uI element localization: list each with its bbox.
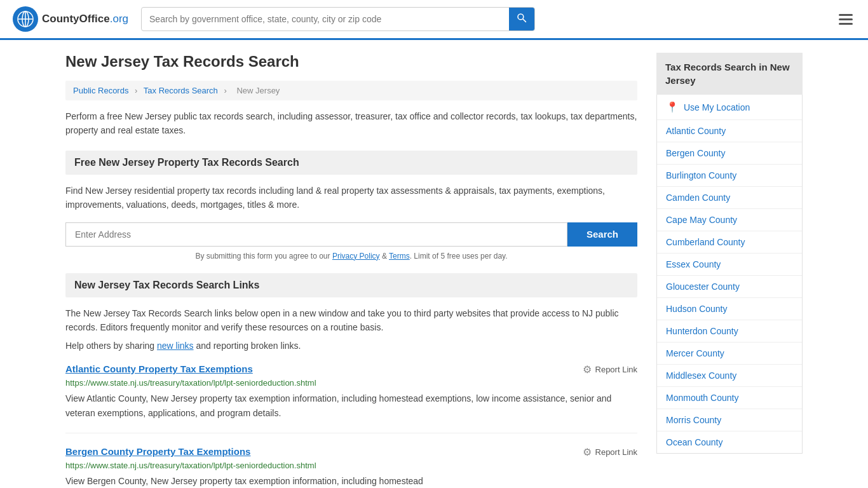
sidebar-county-item[interactable]: Camden County	[657, 187, 802, 209]
county-link[interactable]: Hunterdon County	[666, 326, 738, 336]
links-section-header: New Jersey Tax Records Search Links	[65, 273, 637, 297]
use-my-location[interactable]: 📍 Use My Location	[657, 95, 802, 120]
sidebar: Tax Records Search in New Jersey 📍 Use M…	[656, 53, 803, 488]
county-link[interactable]: Hudson County	[666, 304, 728, 314]
links-description: The New Jersey Tax Records Search links …	[65, 306, 637, 335]
disclaimer-and: &	[380, 252, 389, 261]
report-link-button[interactable]: ⚙ Report Link	[583, 363, 637, 376]
report-link-button[interactable]: ⚙ Report Link	[583, 446, 637, 458]
record-url[interactable]: https://www.state.nj.us/treasury/taxatio…	[65, 461, 637, 470]
county-link[interactable]: Middlesex County	[666, 370, 736, 381]
main-content: New Jersey Tax Records Search Public Rec…	[65, 53, 637, 488]
page-title: New Jersey Tax Records Search	[65, 53, 637, 71]
sidebar-county-item[interactable]: Mercer County	[657, 342, 802, 365]
search-button[interactable]: Search	[567, 222, 637, 247]
report-label: Report Link	[595, 365, 637, 374]
sidebar-county-list: 📍 Use My Location Atlantic CountyBergen …	[656, 95, 803, 454]
free-search-header: Free New Jersey Property Tax Records Sea…	[65, 151, 637, 175]
sidebar-county-item[interactable]: Hudson County	[657, 298, 802, 320]
header-search-input[interactable]	[142, 9, 509, 29]
logo-wordmark: CountyOffice.org	[42, 13, 128, 25]
share-text-before: Help others by sharing	[65, 341, 157, 351]
property-search-description: Find New Jersey residential property tax…	[65, 184, 637, 212]
county-link[interactable]: Gloucester County	[666, 281, 740, 292]
sidebar-county-item[interactable]: Monmouth County	[657, 387, 802, 409]
report-label: Report Link	[595, 447, 637, 457]
sidebar-county-item[interactable]: Bergen County	[657, 142, 802, 165]
svg-line-5	[523, 19, 526, 22]
county-link[interactable]: Camden County	[666, 193, 730, 203]
location-pin-icon: 📍	[666, 101, 679, 113]
record-item-header: Atlantic County Property Tax Exemptions …	[65, 363, 637, 376]
county-link[interactable]: Mercer County	[666, 348, 724, 358]
record-url[interactable]: https://www.state.nj.us/treasury/taxatio…	[65, 378, 637, 388]
sidebar-county-item[interactable]: Atlantic County	[657, 120, 802, 142]
county-link[interactable]: Morris County	[666, 415, 721, 425]
county-link[interactable]: Atlantic County	[666, 126, 726, 136]
record-title[interactable]: Atlantic County Property Tax Exemptions	[65, 363, 253, 374]
site-header: CountyOffice.org	[0, 0, 868, 40]
sidebar-county-item[interactable]: Burlington County	[657, 165, 802, 187]
breadcrumb: Public Records › Tax Records Search › Ne…	[65, 81, 637, 100]
new-links-link[interactable]: new links	[157, 341, 194, 351]
sidebar-county-item[interactable]: Morris County	[657, 409, 802, 431]
sidebar-county-item[interactable]: Cumberland County	[657, 231, 802, 254]
share-line: Help others by sharing new links and rep…	[65, 341, 637, 351]
breadcrumb-tax-records-search[interactable]: Tax Records Search	[144, 86, 218, 95]
sidebar-county-item[interactable]: Ocean County	[657, 431, 802, 453]
breadcrumb-sep-2: ›	[224, 86, 226, 95]
county-link[interactable]: Cumberland County	[666, 237, 745, 247]
record-description: View Bergen County, New Jersey property …	[65, 474, 637, 488]
report-icon: ⚙	[583, 446, 592, 458]
sidebar-county-item[interactable]: Middlesex County	[657, 365, 802, 387]
sidebar-header: Tax Records Search in New Jersey	[656, 53, 803, 95]
logo-icon	[13, 6, 38, 32]
county-links: Atlantic CountyBergen CountyBurlington C…	[657, 120, 802, 453]
header-search-bar	[141, 7, 535, 31]
county-link[interactable]: Ocean County	[666, 437, 723, 447]
record-item: Bergen County Property Tax Exemptions ⚙ …	[65, 446, 637, 488]
breadcrumb-public-records[interactable]: Public Records	[73, 86, 128, 95]
county-link[interactable]: Essex County	[666, 259, 721, 269]
sidebar-county-item[interactable]: Essex County	[657, 254, 802, 276]
share-text-after: and reporting broken links.	[194, 341, 301, 351]
records-list: Atlantic County Property Tax Exemptions …	[65, 363, 637, 488]
county-link[interactable]: Bergen County	[666, 148, 725, 158]
breadcrumb-sep-1: ›	[135, 86, 137, 95]
logo[interactable]: CountyOffice.org	[13, 6, 128, 32]
privacy-policy-link[interactable]: Privacy Policy	[332, 252, 380, 261]
disclaimer-after: . Limit of 5 free uses per day.	[410, 252, 508, 261]
county-link[interactable]: Cape May County	[666, 215, 737, 225]
address-search-form: Search	[65, 222, 637, 247]
page-description: Perform a free New Jersey public tax rec…	[65, 109, 637, 138]
county-link[interactable]: Monmouth County	[666, 393, 738, 403]
address-input[interactable]	[65, 222, 567, 247]
county-link[interactable]: Burlington County	[666, 170, 736, 180]
breadcrumb-new-jersey: New Jersey	[236, 86, 280, 95]
record-description: View Atlantic County, New Jersey propert…	[65, 391, 637, 420]
disclaimer-before: By submitting this form you agree to our	[195, 252, 332, 261]
sidebar-county-item[interactable]: Cape May County	[657, 209, 802, 231]
page-container: New Jersey Tax Records Search Public Rec…	[53, 40, 815, 488]
record-item: Atlantic County Property Tax Exemptions …	[65, 363, 637, 433]
form-disclaimer: By submitting this form you agree to our…	[65, 252, 637, 261]
record-item-header: Bergen County Property Tax Exemptions ⚙ …	[65, 446, 637, 458]
sidebar-county-item[interactable]: Gloucester County	[657, 276, 802, 298]
menu-button[interactable]	[836, 11, 855, 27]
sidebar-county-item[interactable]: Hunterdon County	[657, 320, 802, 342]
record-title[interactable]: Bergen County Property Tax Exemptions	[65, 446, 250, 457]
terms-link[interactable]: Terms	[389, 252, 410, 261]
use-location-link[interactable]: Use My Location	[684, 102, 750, 112]
header-search-button[interactable]	[509, 8, 534, 30]
report-icon: ⚙	[583, 363, 592, 376]
